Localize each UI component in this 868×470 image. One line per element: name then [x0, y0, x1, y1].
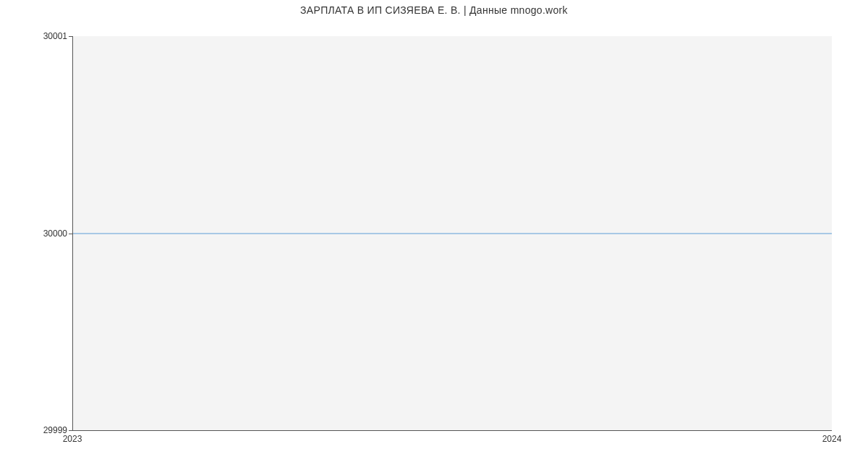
x-tick-label: 2024 [822, 434, 842, 444]
y-tick-label: 30001 [43, 31, 67, 41]
data-series-line [73, 233, 832, 234]
x-tick-label: 2023 [63, 434, 82, 444]
salary-line-chart: ЗАРПЛАТА В ИП СИЗЯЕВА Е. В. | Данные mno… [0, 0, 868, 470]
plot-area: 30001 30000 29999 [72, 36, 832, 431]
y-tick [69, 430, 73, 431]
chart-title: ЗАРПЛАТА В ИП СИЗЯЕВА Е. В. | Данные mno… [0, 4, 868, 16]
y-tick [69, 36, 73, 37]
y-tick-label: 30000 [43, 228, 67, 239]
